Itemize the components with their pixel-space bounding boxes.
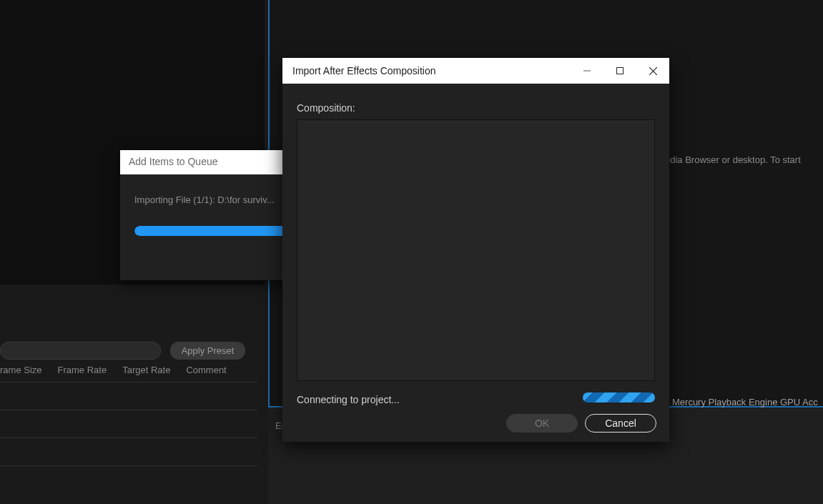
window-controls [571, 58, 669, 84]
col-target-rate[interactable]: Target Rate [122, 365, 170, 379]
close-icon [649, 67, 657, 75]
maximize-icon [616, 67, 624, 74]
divider [0, 465, 257, 466]
busy-stripes [583, 392, 655, 402]
col-frame-size[interactable]: rame Size [0, 365, 42, 379]
svg-rect-1 [617, 68, 624, 74]
maximize-button[interactable] [603, 58, 636, 84]
status-right-text: Mercury Playback Engine GPU Acc [672, 397, 818, 407]
ae-dialog-button-row: OK Cancel [282, 414, 656, 434]
minimize-button[interactable] [571, 58, 603, 84]
apply-preset-button[interactable]: Apply Preset [170, 342, 245, 360]
ae-connection-status: Connecting to project... [297, 394, 400, 405]
preset-search-input[interactable] [0, 342, 161, 360]
divider [0, 382, 257, 382]
divider [0, 410, 257, 410]
minimize-icon [583, 67, 591, 74]
queue-column-headers: rame Size Frame Rate Target Rate Comment [0, 365, 227, 379]
ae-dialog-titlebar[interactable]: Import After Effects Composition [282, 58, 669, 84]
drop-hint-text: edia Browser or desktop. To start [665, 154, 801, 165]
close-button[interactable] [636, 58, 669, 84]
col-comment[interactable]: Comment [186, 365, 226, 379]
ok-button: OK [506, 414, 578, 433]
divider [0, 438, 257, 438]
ae-dialog-title: Import After Effects Composition [292, 65, 436, 76]
composition-listbox[interactable] [297, 119, 655, 381]
cancel-button[interactable]: Cancel [585, 414, 656, 433]
import-ae-composition-dialog: Import After Effects Composition Composi… [282, 58, 669, 442]
col-frame-rate[interactable]: Frame Rate [58, 365, 107, 379]
ae-busy-indicator [583, 392, 655, 402]
composition-label: Composition: [297, 102, 355, 114]
